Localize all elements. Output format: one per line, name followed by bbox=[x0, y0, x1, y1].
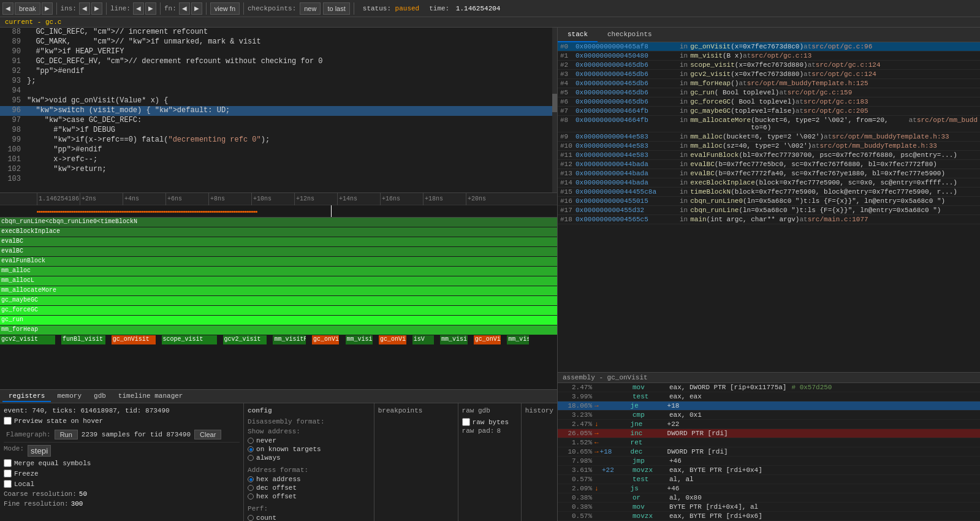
code-line-94[interactable]: 94 bbox=[0, 86, 557, 96]
stack-entry[interactable]: #10 0x000000000044e583 in mm_alloc (sz=4… bbox=[558, 142, 980, 151]
assembly-row[interactable]: 18.06% → je +18 bbox=[558, 401, 980, 411]
bottom-tab-memory[interactable]: memory bbox=[51, 391, 88, 402]
flamegraph-row[interactable]: execBlockInplace bbox=[0, 227, 557, 237]
code-line-95[interactable]: 95"kw">void gc_onVisit(Value* x) { bbox=[0, 96, 557, 106]
assembly-row[interactable]: 2.09% ↓ js +46 bbox=[558, 484, 980, 493]
assembly-row[interactable]: 2.47% mov eax, DWORD PTR [rip+0x11775a]#… bbox=[558, 383, 980, 392]
assembly-row[interactable]: 3.61% +22 movzx eax, BYTE PTR [rdi+0x4] bbox=[558, 466, 980, 475]
flamegraph-block[interactable]: mm_visitP bbox=[273, 335, 306, 345]
break-btn[interactable]: break bbox=[15, 2, 40, 15]
flamegraph-row[interactable]: evalBC bbox=[0, 247, 557, 257]
break-prev-btn[interactable]: ◀ bbox=[2, 2, 13, 15]
flamegraph-row[interactable]: mm_allocL bbox=[0, 276, 557, 286]
code-line-98[interactable]: 98 #"kw">if DEBUG bbox=[0, 126, 557, 135]
assembly-row[interactable]: 7.98% jmp +46 bbox=[558, 457, 980, 466]
assembly-row[interactable]: 0.38% mov BYTE PTR [rdi+0x4], al bbox=[558, 503, 980, 512]
stack-entry[interactable]: #3 0x0000000000465db6 in gcv2_visit (x=0… bbox=[558, 70, 980, 79]
preview-hover-checkbox[interactable] bbox=[4, 417, 12, 425]
code-line-88[interactable]: 88 GC_INC_REFC, "cm">// increment refcou… bbox=[0, 28, 557, 37]
stack-entry[interactable]: #0 0x0000000000465af8 in gc_onVisit (x=0… bbox=[558, 42, 980, 51]
fmt-dec-radio[interactable] bbox=[248, 485, 254, 491]
flamegraph-row[interactable]: gc_maybeGC bbox=[0, 296, 557, 306]
new-checkpoint-btn[interactable]: new bbox=[300, 2, 321, 15]
stack-entry[interactable]: #2 0x0000000000465db6 in scope_visit (x=… bbox=[558, 61, 980, 70]
fn-prev-btn[interactable]: ◀ bbox=[179, 2, 190, 15]
break-next-btn[interactable]: ▶ bbox=[42, 2, 53, 15]
flamegraph-block[interactable]: gc_onVisit bbox=[379, 335, 406, 345]
code-line-92[interactable]: 92 "pp">#endif bbox=[0, 67, 557, 77]
assembly-row[interactable]: 3.99% test eax, eax bbox=[558, 392, 980, 401]
stack-entry[interactable]: #16 0x0000000000455015 in cbqn_runLine0 … bbox=[558, 197, 980, 206]
ins-prev-btn[interactable]: ◀ bbox=[79, 2, 90, 15]
code-line-96[interactable]: 96 "kw">switch (visit_mode) { "kw">defau… bbox=[0, 106, 557, 116]
assembly-row[interactable]: 1.52% ← ret bbox=[558, 438, 980, 447]
assembly-row[interactable]: 3.23% cmp eax, 0x1 bbox=[558, 411, 980, 420]
code-line-97[interactable]: 97 "kw">case GC_DEC_REFC: bbox=[0, 116, 557, 126]
perf-count-radio[interactable] bbox=[248, 515, 254, 521]
stack-entry[interactable]: #4 0x0000000000465db6 in mm_forHeap () a… bbox=[558, 79, 980, 88]
flamegraph-block[interactable]: mm_visitP bbox=[507, 335, 529, 345]
stack-entry[interactable]: #9 0x000000000044e583 in mm_alloc (bucke… bbox=[558, 132, 980, 142]
flamegraph-row[interactable]: gc_run bbox=[0, 316, 557, 325]
code-line-102[interactable]: 102 "kw">return; bbox=[0, 165, 557, 175]
ins-next-btn[interactable]: ▶ bbox=[91, 2, 102, 15]
flamegraph-block[interactable]: isV bbox=[412, 335, 435, 345]
line-prev-btn[interactable]: ◀ bbox=[133, 2, 144, 15]
fn-next-btn[interactable]: ▶ bbox=[191, 2, 202, 15]
bottom-tab-timeline-manager[interactable]: timeline manager bbox=[112, 391, 189, 402]
assembly-row[interactable]: 0.38% or al, 0x80 bbox=[558, 493, 980, 503]
flamegraph-block[interactable]: funBl_visit bbox=[61, 335, 106, 345]
flamegraph-block[interactable]: mm_visit bbox=[440, 335, 468, 345]
stack-entry[interactable]: #11 0x000000000044e583 in evalFunBlock (… bbox=[558, 151, 980, 160]
code-line-103[interactable]: 103 bbox=[0, 175, 557, 184]
flamegraph-block[interactable]: gcv2_visit bbox=[223, 335, 268, 345]
assembly-row[interactable]: 26.05% → inc DWORD PTR [rdi] bbox=[558, 429, 980, 438]
flamegraph-block[interactable]: mm_visitP bbox=[346, 335, 373, 345]
code-line-100[interactable]: 100 "pp">#endif bbox=[0, 145, 557, 155]
raw-bytes-checkbox[interactable] bbox=[462, 418, 470, 426]
tab-stack[interactable]: stack bbox=[558, 28, 598, 42]
code-scrollthumb[interactable] bbox=[552, 94, 557, 112]
flamegraph-row[interactable]: cbqn_runLine<cbqn_runLine0<timeBlockN bbox=[0, 218, 557, 227]
code-scrollbar[interactable] bbox=[552, 28, 557, 192]
flamegraph-block[interactable]: gc_onVis bbox=[312, 335, 340, 345]
stack-entry[interactable]: #14 0x000000000044bada in execBlockInpla… bbox=[558, 178, 980, 188]
flamegraph-block[interactable]: gc_onVisit bbox=[112, 335, 156, 345]
clear-btn[interactable]: Clear bbox=[194, 430, 221, 439]
stack-entry[interactable]: #1 0x0000000000450480 in mm_visit (B x) … bbox=[558, 51, 980, 61]
flamegraph-row[interactable]: gc_forceGC bbox=[0, 306, 557, 316]
assembly-row[interactable]: 0.57% movzx eax, BYTE PTR [rdi+0x6] bbox=[558, 512, 980, 521]
run-btn[interactable]: Run bbox=[55, 430, 78, 439]
freeze-checkbox[interactable] bbox=[4, 470, 12, 477]
tab-checkpoints[interactable]: checkpoints bbox=[598, 28, 662, 42]
view-fn-btn[interactable]: view fn bbox=[210, 2, 240, 15]
addr-never-radio[interactable] bbox=[248, 438, 254, 444]
assembly-row[interactable]: 2.47% ↓ jne +22 bbox=[558, 420, 980, 429]
assembly-scroll[interactable]: 2.47% mov eax, DWORD PTR [rip+0x11775a]#… bbox=[558, 383, 980, 521]
flamegraph-block[interactable]: scope_visit bbox=[162, 335, 218, 345]
merge-equal-checkbox[interactable] bbox=[4, 459, 12, 467]
fmt-hex-radio[interactable] bbox=[248, 476, 254, 482]
bottom-tab-registers[interactable]: registers bbox=[2, 391, 51, 402]
code-line-91[interactable]: 91 GC_DEC_REFC_HV, "cm">// decrement ref… bbox=[0, 57, 557, 67]
flamegraph-row[interactable]: mm_alloc bbox=[0, 267, 557, 276]
flamegraph-row[interactable]: mm_forHeap bbox=[0, 325, 557, 335]
addr-always-radio[interactable] bbox=[248, 455, 254, 461]
stack-entry[interactable]: #6 0x0000000000465db6 in gc_forceGC ( Bo… bbox=[558, 97, 980, 107]
mode-value[interactable]: stepi bbox=[28, 445, 51, 457]
flamegraph-row[interactable]: evalBC bbox=[0, 237, 557, 247]
bottom-tab-gdb[interactable]: gdb bbox=[88, 391, 112, 402]
code-line-90[interactable]: 90 #"kw">if HEAP_VERIFY bbox=[0, 47, 557, 57]
flamegraph-row[interactable]: evalFunBlock bbox=[0, 257, 557, 267]
stack-entry[interactable]: #13 0x000000000044bada in evalBC (b=0x7f… bbox=[558, 169, 980, 178]
code-line-101[interactable]: 101 x->refc--; bbox=[0, 155, 557, 165]
code-line-99[interactable]: 99 "kw">if(x->refc==0) fatal("decrementi… bbox=[0, 135, 557, 145]
stack-entry[interactable]: #8 0x00000000004664fb in mm_allocateMore… bbox=[558, 116, 980, 132]
stack-entry[interactable]: #18 0x00000000004565c5 in main (int argc… bbox=[558, 215, 980, 224]
code-line-89[interactable]: 89 GC_MARK, "cm">// "kw">if unmarked, ma… bbox=[0, 37, 557, 47]
addr-known-radio[interactable] bbox=[248, 446, 254, 452]
stack-entry[interactable]: #5 0x0000000000465db6 in gc_run ( Bool t… bbox=[558, 88, 980, 97]
stack-entry[interactable]: #7 0x00000000004664fb in gc_maybeGC (top… bbox=[558, 107, 980, 116]
stack-entry[interactable]: #12 0x000000000044bada in evalBC (b=0x7f… bbox=[558, 160, 980, 169]
stack-entry[interactable]: #17 0x000000000455d32 in cbqn_runLine (l… bbox=[558, 206, 980, 215]
